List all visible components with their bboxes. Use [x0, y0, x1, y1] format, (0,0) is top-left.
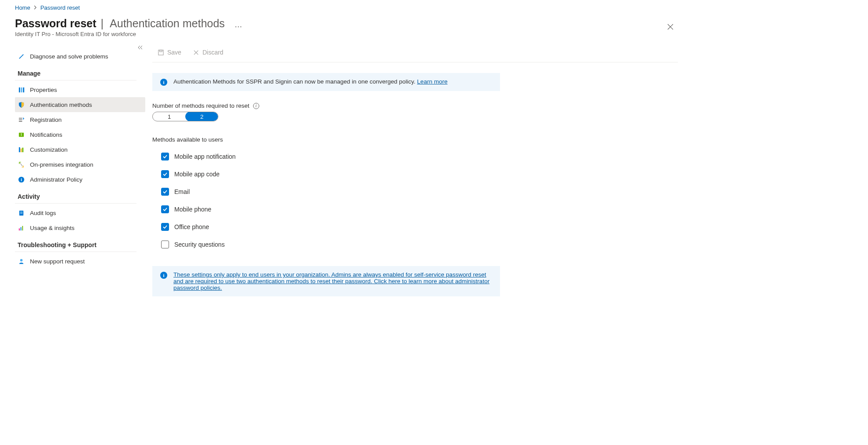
methods-required-label: Number of methods required to reset i	[152, 102, 678, 109]
admin-policies-link[interactable]: These settings only apply to end users i…	[173, 271, 492, 291]
diagnose-icon	[18, 53, 25, 60]
audit-icon	[18, 209, 25, 216]
sidebar-item-label: Administrator Policy	[30, 176, 82, 183]
sidebar-section-manage: Manage	[15, 64, 136, 80]
sidebar-item-properties[interactable]: Properties	[15, 82, 145, 97]
sidebar-item-admin-policy[interactable]: i Administrator Policy	[15, 172, 145, 187]
save-label: Save	[167, 49, 181, 56]
svg-rect-7	[22, 147, 23, 152]
method-mobile-app-code[interactable]: Mobile app code	[161, 170, 678, 178]
svg-rect-18	[160, 50, 162, 51]
info-icon: i	[18, 176, 25, 183]
info-banner-top: i Authentication Methods for SSPR and Si…	[152, 73, 500, 91]
sidebar-section-activity: Activity	[15, 187, 136, 204]
svg-rect-11	[20, 212, 22, 212]
svg-text:!: !	[21, 132, 22, 137]
method-email[interactable]: Email	[161, 188, 678, 196]
method-label: Email	[174, 188, 190, 195]
svg-rect-6	[20, 148, 22, 152]
svg-rect-2	[23, 87, 24, 92]
sidebar-item-label: Audit logs	[30, 210, 56, 216]
support-icon	[18, 258, 25, 265]
svg-rect-12	[20, 213, 22, 213]
methods-required-option-2[interactable]: 2	[185, 112, 218, 121]
discard-button[interactable]: Discard	[188, 47, 228, 58]
sidebar-item-label: On-premises integration	[30, 161, 93, 168]
sidebar-item-diagnose[interactable]: Diagnose and solve problems	[15, 49, 145, 64]
breadcrumb: Home Password reset	[15, 0, 678, 17]
checkbox-icon	[161, 223, 169, 231]
info-text: Authentication Methods for SSPR and Sign…	[173, 78, 448, 85]
checkbox-icon	[161, 170, 169, 178]
info-banner-bottom: i These settings only apply to end users…	[152, 266, 500, 296]
checkbox-icon	[161, 188, 169, 196]
svg-rect-17	[158, 50, 163, 55]
method-mobile-app-notification[interactable]: Mobile app notification	[161, 153, 678, 160]
method-label: Security questions	[174, 241, 224, 248]
method-office-phone[interactable]: Office phone	[161, 223, 678, 231]
sidebar-item-new-support-request[interactable]: New support request	[15, 254, 145, 269]
page-subtitle: Identity IT Pro - Microsoft Entra ID for…	[15, 31, 243, 37]
methods-required-option-1[interactable]: 1	[153, 112, 186, 121]
sidebar-item-label: Notifications	[30, 131, 63, 138]
more-icon[interactable]: …	[235, 20, 243, 29]
sidebar-item-usage-insights[interactable]: Usage & insights	[15, 220, 145, 235]
sidebar-item-registration[interactable]: Registration	[15, 112, 145, 127]
svg-rect-13	[18, 228, 19, 230]
method-label: Mobile app code	[174, 171, 220, 178]
sidebar-item-onprem[interactable]: On-premises integration	[15, 157, 145, 172]
discard-label: Discard	[202, 49, 223, 56]
info-icon: i	[160, 79, 167, 86]
field-label-text: Number of methods required to reset	[152, 102, 250, 109]
checkbox-icon	[161, 153, 169, 160]
notifications-icon: !	[18, 131, 25, 138]
svg-rect-0	[18, 87, 20, 92]
close-icon[interactable]	[663, 20, 678, 35]
info-outline-icon[interactable]: i	[253, 103, 259, 109]
sidebar-item-label: Registration	[30, 117, 62, 123]
svg-rect-1	[21, 87, 22, 92]
chevron-right-icon	[34, 4, 37, 11]
info-icon: i	[160, 272, 167, 279]
methods-available-label: Methods available to users	[152, 136, 678, 143]
svg-rect-15	[22, 226, 23, 230]
page-title-bold: Password reset	[15, 17, 96, 30]
method-label: Office phone	[174, 223, 209, 230]
svg-rect-5	[18, 147, 20, 152]
collapse-sidebar-icon[interactable]	[137, 45, 143, 51]
title-divider: |	[101, 17, 104, 30]
toolbar: Save Discard	[152, 47, 678, 62]
breadcrumb-current[interactable]: Password reset	[40, 4, 80, 11]
checkbox-icon	[161, 241, 169, 248]
svg-text:i: i	[21, 178, 22, 182]
checkbox-icon	[161, 205, 169, 213]
svg-text:i: i	[163, 273, 164, 278]
page-title: Password reset | Authentication methods …	[15, 17, 243, 30]
sidebar-item-customization[interactable]: Customization	[15, 142, 145, 157]
shield-icon	[18, 101, 25, 108]
breadcrumb-home[interactable]: Home	[15, 4, 30, 11]
method-mobile-phone[interactable]: Mobile phone	[161, 205, 678, 213]
method-security-questions[interactable]: Security questions	[161, 241, 678, 248]
sidebar-item-audit-logs[interactable]: Audit logs	[15, 205, 145, 220]
methods-list: Mobile app notification Mobile app code …	[152, 153, 678, 248]
customization-icon	[18, 146, 25, 153]
sidebar-item-label: Customization	[30, 146, 68, 153]
svg-rect-14	[20, 227, 21, 230]
registration-icon	[18, 116, 25, 123]
info-banner-text: Authentication Methods for SSPR and Sign…	[173, 78, 417, 85]
sidebar-item-label: Diagnose and solve problems	[30, 53, 108, 60]
properties-icon	[18, 86, 25, 93]
sidebar-item-authentication-methods[interactable]: Authentication methods	[15, 97, 145, 112]
insights-icon	[18, 224, 25, 231]
sidebar-section-troubleshooting: Troubleshooting + Support	[15, 235, 136, 252]
sidebar-item-label: Authentication methods	[30, 102, 92, 108]
method-label: Mobile app notification	[174, 153, 235, 160]
sidebar-item-label: New support request	[30, 258, 85, 265]
save-button[interactable]: Save	[152, 47, 187, 58]
learn-more-link[interactable]: Learn more	[417, 78, 448, 85]
svg-text:i: i	[163, 80, 164, 85]
sidebar-item-notifications[interactable]: ! Notifications	[15, 127, 145, 142]
methods-required-toggle: 1 2	[152, 112, 218, 121]
svg-point-16	[20, 259, 22, 261]
